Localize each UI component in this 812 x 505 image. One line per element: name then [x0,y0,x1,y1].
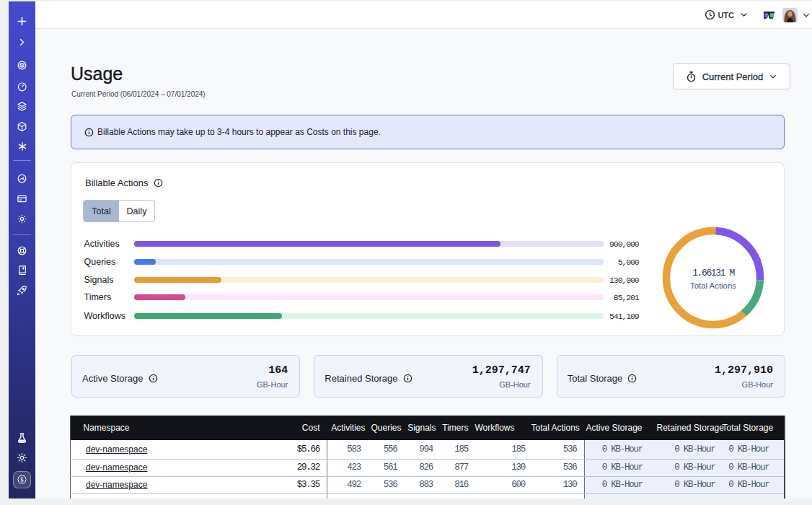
svg-text:Total Actions: Total Actions [690,281,736,290]
svg-text:1.66131 M: 1.66131 M [692,268,734,278]
